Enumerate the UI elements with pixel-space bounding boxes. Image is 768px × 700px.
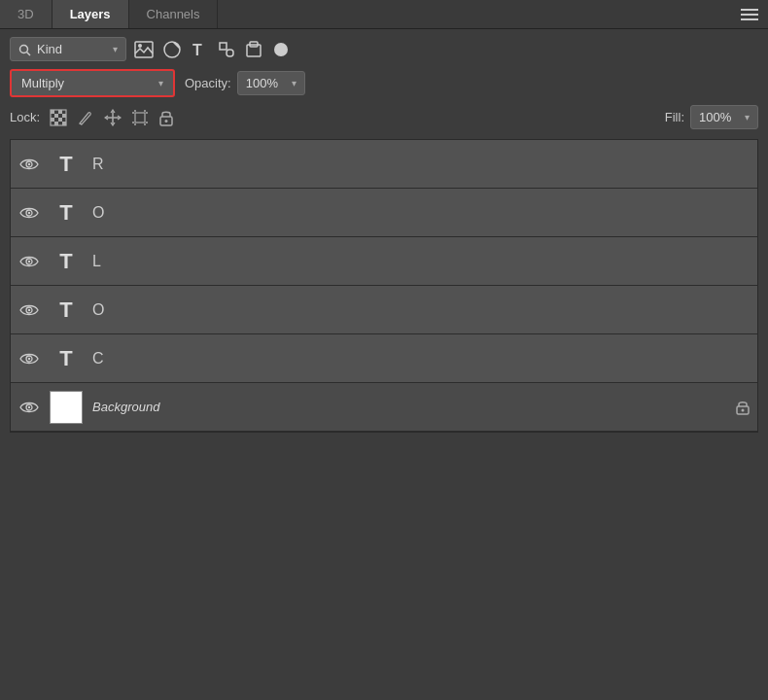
svg-point-33: [28, 163, 30, 165]
tab-layers[interactable]: Layers: [52, 0, 129, 28]
lock-position-icon[interactable]: [104, 108, 122, 126]
layer-row[interactable]: T C: [11, 334, 757, 383]
layer-row[interactable]: T O: [11, 189, 757, 237]
layer-visibility-icon[interactable]: [18, 399, 40, 416]
layer-visibility-icon[interactable]: [18, 350, 40, 368]
opacity-dropdown-arrow: ▾: [292, 78, 297, 88]
layer-visibility-icon[interactable]: [18, 156, 40, 173]
svg-point-45: [742, 409, 745, 412]
layer-name: O: [92, 204, 104, 222]
svg-point-39: [28, 309, 30, 311]
text-filter-icon[interactable]: T: [191, 41, 208, 58]
search-icon: [18, 42, 31, 55]
fill-dropdown-arrow: ▾: [745, 112, 750, 122]
layer-name: C: [92, 350, 104, 368]
layer-type-icon: T: [50, 245, 83, 278]
svg-rect-7: [227, 50, 233, 56]
opacity-group: Opacity: 100% ▾: [185, 71, 305, 95]
svg-point-3: [138, 44, 142, 48]
svg-rect-15: [62, 114, 66, 118]
lock-row: Lock:: [10, 105, 758, 129]
svg-rect-21: [135, 113, 145, 122]
lock-image-icon[interactable]: [77, 108, 94, 126]
svg-point-35: [28, 212, 30, 214]
layer-name: O: [92, 301, 104, 319]
shape-filter-icon[interactable]: [218, 41, 235, 58]
svg-rect-6: [220, 43, 227, 50]
svg-line-1: [27, 52, 31, 55]
layer-thumbnail: [50, 391, 83, 424]
layer-type-icon: T: [50, 196, 83, 229]
opacity-label: Opacity:: [185, 76, 231, 90]
layer-row-background[interactable]: Background: [11, 383, 757, 432]
layer-type-icon: T: [50, 294, 83, 327]
svg-point-43: [28, 406, 30, 408]
svg-rect-18: [54, 122, 58, 125]
layer-type-icon: T: [50, 148, 83, 181]
kind-filter-select[interactable]: Kind ▾: [10, 37, 126, 61]
svg-rect-17: [58, 118, 62, 122]
lock-artboard-icon[interactable]: [131, 108, 149, 126]
adjustment-filter-icon[interactable]: [163, 41, 181, 58]
layer-lock-badge: [736, 399, 750, 416]
kind-dropdown-arrow: ▾: [113, 44, 118, 54]
layers-list: T R T O T: [10, 139, 758, 433]
layer-visibility-icon[interactable]: [18, 253, 40, 270]
svg-point-0: [20, 45, 28, 52]
fill-select[interactable]: 100% ▾: [690, 105, 758, 129]
layer-name: R: [92, 156, 104, 173]
filter-row: Kind ▾ T: [10, 37, 758, 61]
layer-row[interactable]: T O: [11, 286, 757, 334]
svg-point-41: [28, 358, 30, 360]
svg-text:T: T: [192, 42, 202, 58]
fill-group: Fill: 100% ▾: [665, 105, 758, 129]
svg-rect-13: [58, 110, 62, 114]
fill-label: Fill:: [665, 110, 684, 124]
svg-point-31: [165, 120, 168, 122]
lock-icons: [50, 108, 174, 126]
tab-channels[interactable]: Channels: [129, 0, 219, 28]
layer-visibility-icon[interactable]: [18, 204, 40, 222]
layer-visibility-icon[interactable]: [18, 301, 40, 319]
layer-row[interactable]: T R: [11, 140, 757, 189]
blend-mode-select[interactable]: Multiply ▾: [10, 69, 175, 97]
blend-dropdown-arrow: ▾: [158, 78, 163, 88]
filter-icons: T: [134, 41, 290, 58]
tab-3d[interactable]: 3D: [0, 0, 52, 28]
layers-panel: Kind ▾ T: [0, 29, 768, 440]
tab-bar: 3D Layers Channels: [0, 0, 768, 29]
svg-rect-14: [54, 114, 58, 118]
panel-menu-icon[interactable]: [741, 9, 758, 20]
layer-name: L: [92, 253, 101, 270]
svg-line-20: [80, 123, 82, 124]
layer-type-icon: T: [50, 342, 83, 375]
svg-rect-16: [51, 118, 54, 122]
svg-point-37: [28, 261, 30, 262]
svg-rect-19: [62, 122, 66, 125]
lock-all-icon[interactable]: [158, 108, 174, 126]
lock-transparency-icon[interactable]: [50, 108, 67, 126]
svg-point-10: [274, 43, 288, 56]
ellipse-filter-icon[interactable]: [272, 41, 290, 58]
smart-object-filter-icon[interactable]: [245, 41, 262, 58]
layer-name: Background: [92, 400, 159, 414]
blend-opacity-row: Multiply ▾ Opacity: 100% ▾: [10, 69, 758, 97]
layer-row[interactable]: T L: [11, 237, 757, 286]
image-filter-icon[interactable]: [134, 41, 154, 58]
lock-label: Lock:: [10, 110, 40, 124]
svg-rect-12: [51, 110, 54, 114]
opacity-select[interactable]: 100% ▾: [237, 71, 305, 95]
